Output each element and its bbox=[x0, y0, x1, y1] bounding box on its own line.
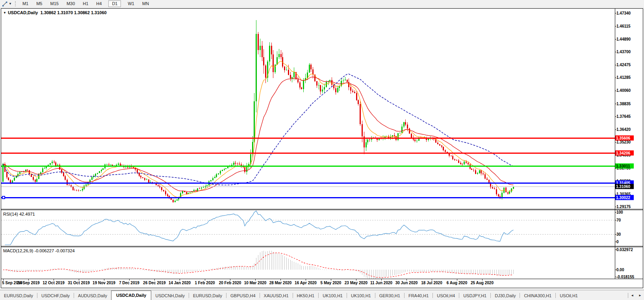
svg-text:1.41285: 1.41285 bbox=[616, 75, 631, 80]
timeframe-button-h4[interactable]: H4 bbox=[93, 0, 105, 7]
timeframe-button-m1[interactable]: M1 bbox=[19, 0, 32, 7]
svg-text:100: 100 bbox=[616, 210, 623, 214]
svg-text:18 Jul 2020: 18 Jul 2020 bbox=[421, 281, 442, 285]
tab-usdchf-daily[interactable]: USDCHF,Daily bbox=[37, 291, 74, 300]
chart-canvas[interactable]: 1.473401.461151.448901.437001.424751.412… bbox=[0, 0, 644, 300]
tabs-scroll-right-icon[interactable]: ► bbox=[636, 294, 644, 297]
timeframe-button-d1[interactable]: D1 bbox=[108, 0, 121, 7]
svg-text:1.42475: 1.42475 bbox=[616, 63, 631, 67]
svg-text:19 Nov 2019: 19 Nov 2019 bbox=[93, 281, 115, 285]
svg-text:24 Sep 2019: 24 Sep 2019 bbox=[17, 281, 40, 285]
toolbar-grip[interactable] bbox=[15, 1, 16, 6]
svg-text:7 Dec 2019: 7 Dec 2019 bbox=[119, 281, 139, 285]
rsi-indicator-label: RSI(14) 42.4971 bbox=[3, 212, 35, 216]
svg-text:10 Mar 2020: 10 Mar 2020 bbox=[244, 281, 267, 285]
svg-text:1.40060: 1.40060 bbox=[616, 88, 631, 93]
line-studies-icon[interactable] bbox=[1, 1, 8, 7]
svg-text:30 Jun 2020: 30 Jun 2020 bbox=[395, 281, 418, 285]
svg-text:1.44890: 1.44890 bbox=[616, 37, 631, 41]
chart-tab-bar: EURUSD,DailyUSDCHF,DailyAUDUSD,DailyUSDC… bbox=[0, 290, 644, 300]
rsi-value: 42.4971 bbox=[19, 212, 35, 216]
tab-audusd-daily[interactable]: AUDUSD,Daily bbox=[74, 291, 111, 300]
level-drag-handle[interactable] bbox=[2, 196, 5, 199]
svg-text:16 Apr 2020: 16 Apr 2020 bbox=[295, 281, 317, 285]
timeframe-toolbar: ▼ M1M5M15M30H1H4D1W1MN bbox=[0, 0, 644, 8]
tab-usoil-h4[interactable]: USOil,H4 bbox=[433, 291, 459, 300]
tabs-scroll-left-icon[interactable]: ◄ bbox=[628, 294, 636, 297]
chart-ohlc-values: 1.30862 1.31070 1.30862 1.31060 bbox=[40, 10, 106, 15]
collapse-icon[interactable]: ▼ bbox=[3, 11, 6, 15]
chart-title: ▼USDCAD,Daily 1.30862 1.31070 1.30862 1.… bbox=[3, 10, 107, 15]
tab-uk100-h1[interactable]: UK100,H1 bbox=[319, 291, 347, 300]
tab-gbpusd-h4[interactable]: GBPUSD,H4 bbox=[226, 291, 260, 300]
svg-text:5 May 2020: 5 May 2020 bbox=[321, 281, 341, 285]
svg-text:31 Oct 2019: 31 Oct 2019 bbox=[68, 281, 90, 285]
svg-text:1.31060: 1.31060 bbox=[616, 184, 631, 189]
svg-text:26 Dec 2019: 26 Dec 2019 bbox=[143, 281, 166, 285]
svg-text:0: 0 bbox=[616, 240, 619, 244]
timeframe-button-m30[interactable]: M30 bbox=[63, 0, 78, 7]
svg-text:70: 70 bbox=[616, 218, 621, 222]
tab-china300-h1[interactable]: CHINA300,H1 bbox=[520, 291, 555, 300]
svg-text:1.38835: 1.38835 bbox=[616, 102, 631, 106]
svg-text:0.00: 0.00 bbox=[616, 268, 624, 272]
tab-usdcad-daily[interactable]: USDCAD,Daily bbox=[111, 291, 151, 300]
svg-text:14 Jan 2020: 14 Jan 2020 bbox=[169, 281, 191, 285]
svg-text:1.30022: 1.30022 bbox=[616, 196, 631, 200]
timeframe-button-m15[interactable]: M15 bbox=[46, 0, 62, 7]
macd-indicator-label: MACD(12,26,9) -0.006227 -0.007324 bbox=[3, 248, 75, 253]
timeframe-button-w1[interactable]: W1 bbox=[124, 0, 138, 7]
svg-text:1 Feb 2020: 1 Feb 2020 bbox=[195, 281, 215, 285]
tab-eurusd-daily[interactable]: EURUSD,Daily bbox=[0, 291, 37, 300]
svg-text:1.35606: 1.35606 bbox=[616, 136, 631, 140]
timeframe-button-mn[interactable]: MN bbox=[139, 0, 152, 7]
svg-text:0.032972: 0.032972 bbox=[616, 248, 633, 252]
svg-text:1.47340: 1.47340 bbox=[616, 11, 631, 15]
svg-text:11 Jun 2020: 11 Jun 2020 bbox=[370, 281, 393, 285]
svg-text:6 Aug 2020: 6 Aug 2020 bbox=[447, 281, 468, 285]
tab-eurusd-daily[interactable]: EURUSD,Daily bbox=[189, 291, 226, 300]
macd-values: -0.006227 -0.007324 bbox=[34, 248, 74, 253]
tab-ger30-h1[interactable]: GER30,H1 bbox=[375, 291, 404, 300]
tab-hk50-h1[interactable]: HK50,H1 bbox=[293, 291, 319, 300]
trading-terminal: ▼ M1M5M15M30H1H4D1W1MN 1.473401.461151.4… bbox=[0, 0, 644, 300]
svg-text:28 Mar 2020: 28 Mar 2020 bbox=[269, 281, 292, 285]
dropdown-caret-icon[interactable]: ▼ bbox=[9, 1, 12, 7]
svg-text:1.33011: 1.33011 bbox=[616, 164, 630, 168]
tab-usdjpy-h1[interactable]: USDJPY,H1 bbox=[459, 291, 490, 300]
timeframe-buttons: M1M5M15M30H1H4D1W1MN bbox=[19, 0, 153, 7]
tab-usdcnh-daily[interactable]: USDCNH,Daily bbox=[151, 291, 189, 300]
svg-text:12 Oct 2019: 12 Oct 2019 bbox=[43, 281, 65, 285]
svg-text:1.46115: 1.46115 bbox=[616, 24, 631, 28]
svg-text:1.37645: 1.37645 bbox=[616, 114, 631, 119]
svg-text:1.34206: 1.34206 bbox=[616, 151, 631, 155]
tab-xauusd-h1[interactable]: XAUUSD,H1 bbox=[260, 291, 293, 300]
svg-text:23 May 2020: 23 May 2020 bbox=[345, 281, 368, 285]
svg-text:1.35230: 1.35230 bbox=[616, 140, 631, 144]
svg-text:20 Feb 2020: 20 Feb 2020 bbox=[219, 281, 241, 285]
svg-text:25 Aug 2020: 25 Aug 2020 bbox=[471, 281, 494, 285]
svg-text:1.36420: 1.36420 bbox=[616, 127, 631, 132]
svg-text:-0.018155: -0.018155 bbox=[616, 275, 634, 279]
svg-text:30: 30 bbox=[616, 232, 621, 237]
chart-symbol-label: USDCAD,Daily bbox=[8, 10, 38, 15]
timeframe-button-m5[interactable]: M5 bbox=[33, 0, 46, 7]
svg-text:1.29175: 1.29175 bbox=[616, 205, 631, 209]
tab-dj30-daily[interactable]: DJ30,Daily bbox=[491, 291, 520, 300]
tab-uk100-h1[interactable]: UK100,H1 bbox=[347, 291, 375, 300]
timeframe-button-h1[interactable]: H1 bbox=[79, 0, 92, 7]
svg-text:1.43700: 1.43700 bbox=[616, 50, 631, 54]
tab-usoil-h1[interactable]: USOil,H1 bbox=[556, 291, 582, 300]
tab-fra40-h1[interactable]: FRA40,H1 bbox=[405, 291, 432, 300]
